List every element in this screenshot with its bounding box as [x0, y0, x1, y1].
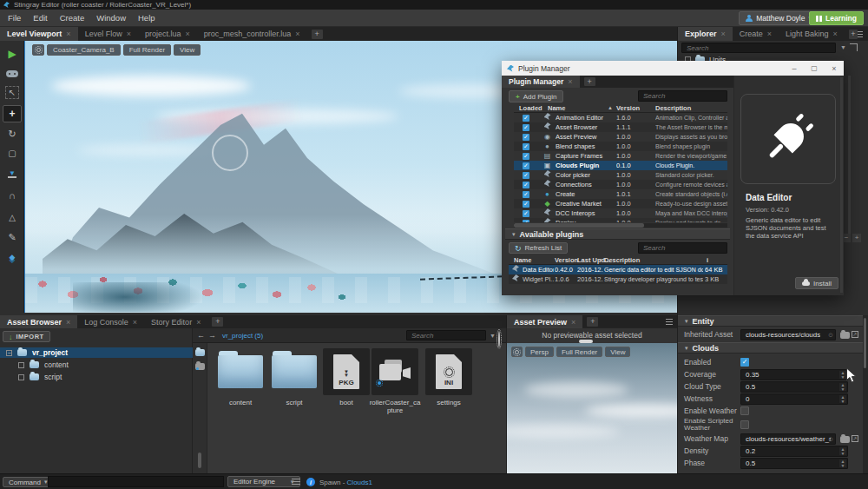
close-icon[interactable]: ×	[833, 30, 838, 38]
column-name[interactable]: Name	[548, 103, 565, 113]
plugin-loaded-checkbox[interactable]: ✓	[523, 143, 529, 150]
menu-file[interactable]: File	[8, 13, 21, 23]
plugin-row[interactable]: ✓ ◉ Asset Preview 1.0.0 Displays assets …	[514, 132, 727, 142]
full-render-button[interactable]: Full Render	[556, 347, 602, 357]
close-button[interactable]: ×	[826, 64, 842, 73]
enabled-checkbox[interactable]: ✓	[740, 358, 749, 367]
folder-view-icon[interactable]	[195, 349, 205, 356]
splitter-handle[interactable]	[579, 340, 593, 343]
coverage-field[interactable]: 0.35▲▼	[740, 369, 848, 380]
entity-scrollbar[interactable]	[863, 315, 868, 473]
import-button[interactable]: ↓ IMPORT	[3, 331, 50, 342]
asset-search-input[interactable]	[406, 330, 486, 340]
plugin-loaded-checkbox[interactable]: ✓	[523, 201, 529, 208]
asset-tile-rollercoaster-capture[interactable]: rollerCoaster_capture	[368, 347, 422, 414]
clouds-section-header[interactable]: ▾Clouds	[678, 342, 863, 354]
wetness-field[interactable]: 0▲▼	[740, 393, 848, 405]
snap-magnet-icon[interactable]: ∩	[3, 187, 22, 204]
learning-button[interactable]: Learning	[809, 11, 864, 25]
cloud-type-field[interactable]: 0.5▲▼	[740, 381, 848, 393]
new-tab-button[interactable]: +	[587, 317, 598, 327]
stepper-arrows[interactable]: ▲▼	[839, 447, 846, 455]
rotate-tool-icon[interactable]: ↻	[3, 125, 22, 142]
move-tool-icon[interactable]: +	[3, 105, 22, 122]
new-tab-button[interactable]: +	[584, 77, 595, 86]
plugin-loaded-checkbox[interactable]: ✓	[523, 162, 529, 169]
view-button[interactable]: View	[605, 347, 630, 357]
persp-button[interactable]: Persp	[525, 347, 554, 357]
view-menu-button[interactable]: View	[174, 44, 201, 56]
asset-tile-content[interactable]: content	[214, 347, 267, 406]
tab-plugin-manager[interactable]: Plugin Manager×	[502, 76, 580, 88]
inherited-asset-field[interactable]: clouds-resources/clouds⊙	[740, 329, 836, 340]
back-button[interactable]: ←	[197, 331, 205, 340]
forward-button[interactable]: →	[208, 331, 216, 340]
tab-story-editor[interactable]: Story Editor×	[144, 315, 207, 328]
available-search-input[interactable]	[638, 242, 727, 254]
close-icon[interactable]: ×	[133, 318, 137, 327]
close-icon[interactable]: ×	[571, 318, 575, 327]
plugin-list-hscrollbar[interactable]	[514, 223, 727, 228]
log-menu-icon[interactable]	[292, 479, 300, 486]
plugin-search-input[interactable]	[638, 90, 727, 102]
weather-map-field[interactable]: clouds-resources/weather_storm⊙	[740, 433, 836, 445]
expand-toggle[interactable]	[18, 362, 24, 368]
available-plugin-row[interactable]: Data Editor 0.42.0 2016-12... Generic da…	[509, 265, 727, 274]
gamepad-icon[interactable]	[3, 65, 22, 83]
close-icon[interactable]: ×	[721, 30, 726, 38]
menu-help[interactable]: Help	[138, 13, 155, 23]
column-version[interactable]: Version	[555, 255, 578, 265]
column-version[interactable]: Version	[616, 103, 640, 113]
plugin-row[interactable]: ✓ Color picker 1.0.0 Standard color pick…	[514, 170, 727, 180]
available-plugin-row[interactable]: Widget Pl... 1.0.6 2016-12... Stingray d…	[509, 274, 727, 284]
plugin-loaded-checkbox[interactable]: ✓	[523, 153, 529, 160]
add-plugin-button[interactable]: +Add Plugin	[509, 90, 563, 102]
menu-window[interactable]: Window	[96, 13, 126, 23]
filter-icon[interactable]: ▼	[490, 333, 496, 339]
select-tool-icon[interactable]: ↖	[5, 86, 19, 99]
preview-settings-button[interactable]	[511, 347, 523, 357]
user-account-button[interactable]: Matthew Doyle ▾	[739, 11, 818, 25]
tab-level-viewport[interactable]: Level Viewport×	[0, 27, 78, 41]
close-icon[interactable]: ×	[196, 318, 201, 327]
preview-viewport[interactable]: Persp Full Render View	[507, 343, 678, 473]
browse-folder-icon[interactable]	[840, 436, 850, 443]
tree-row-script[interactable]: script	[0, 372, 193, 382]
menu-edit[interactable]: Edit	[33, 13, 47, 23]
plugin-row[interactable]: ✓ Animation Editor 1.6.0 Animation Clip,…	[514, 113, 727, 122]
tab-log-console[interactable]: Log Console×	[77, 315, 144, 328]
explorer-scrollbar[interactable]	[848, 76, 851, 236]
filter-icon[interactable]: ▼	[840, 44, 846, 50]
plugin-loaded-checkbox[interactable]: ✓	[523, 172, 529, 179]
asset-tile-settings[interactable]: INI settings	[422, 347, 476, 406]
tab-asset-preview[interactable]: Asset Preview×	[507, 315, 582, 328]
tab-level-flow[interactable]: Level Flow×	[78, 27, 138, 41]
plugin-loaded-checkbox[interactable]: ✓	[523, 124, 529, 131]
maximize-button[interactable]: ▢	[806, 64, 822, 72]
phase-field[interactable]: 0.5▲▼	[740, 458, 848, 469]
plugin-loaded-checkbox[interactable]: ✓	[523, 182, 529, 188]
plugin-row[interactable]: ✓ DCC Interops 1.0.0 Maya and Max DCC in…	[514, 208, 727, 218]
entity-section-header[interactable]: ▾Entity	[678, 315, 863, 327]
stepper-arrows[interactable]: ▲▼	[839, 459, 846, 467]
plugin-row[interactable]: ✓ ◆ Creative Market 1.0.0 Ready-to-use d…	[514, 199, 727, 208]
external-link-icon[interactable]: ↗	[852, 331, 858, 338]
new-tab-button[interactable]: +	[312, 30, 323, 39]
asset-tile-script[interactable]: script	[267, 347, 321, 406]
install-button[interactable]: Install	[795, 277, 838, 289]
tab-project-lua[interactable]: project.lua×	[138, 27, 197, 41]
layers-tool-icon[interactable]: ◆	[3, 248, 22, 266]
asset-tile-boot[interactable]: ▼▼PKG boot	[319, 347, 373, 406]
stepper-arrows[interactable]: ▲▼	[839, 383, 846, 391]
enable-weather-checkbox[interactable]	[740, 406, 749, 415]
close-icon[interactable]: ×	[295, 30, 299, 38]
tree-view-icon[interactable]	[850, 43, 858, 51]
external-link-icon[interactable]: ↗	[852, 435, 858, 442]
close-icon[interactable]: ×	[568, 77, 572, 86]
stepper-arrows[interactable]: ▲▼	[839, 395, 846, 403]
expand-toggle[interactable]: −	[6, 350, 12, 356]
plugin-row[interactable]: ✓ Asset Browser 1.1.1 The Asset Browser …	[514, 122, 727, 132]
column-description[interactable]: Description	[604, 255, 640, 265]
command-dropdown[interactable]: Command▾	[3, 477, 53, 487]
tab-create[interactable]: Create×	[733, 27, 779, 41]
